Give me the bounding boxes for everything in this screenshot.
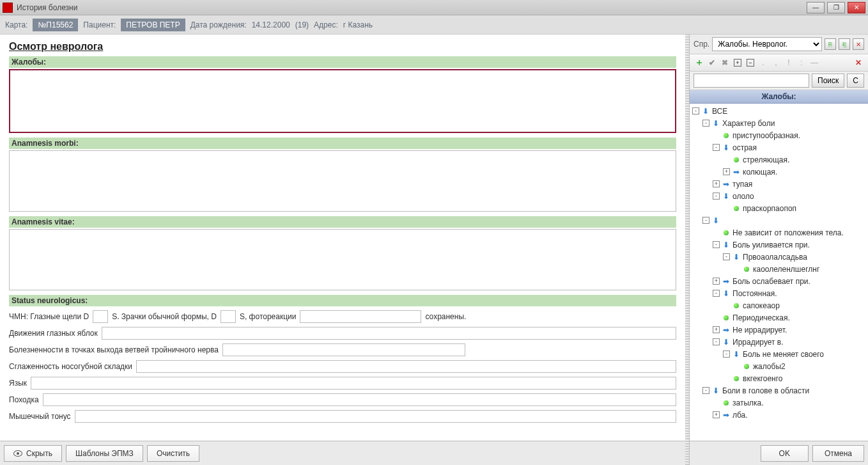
arrow-down-icon: ⬇ <box>701 107 710 116</box>
tree-node[interactable]: +➡колющая. <box>690 166 868 178</box>
tree-node[interactable]: -⬇Характер боли <box>690 117 868 129</box>
zrach-d-input[interactable] <box>221 310 236 323</box>
expand-icon[interactable]: + <box>723 168 730 175</box>
collapse-icon[interactable]: - <box>692 107 699 114</box>
templates-button[interactable]: Шаблоны ЭПМЗ <box>66 445 143 462</box>
tree-node[interactable]: -⬇Боль уиливается при. <box>690 239 868 251</box>
expand-all-icon[interactable]: + <box>732 57 743 68</box>
tree-node[interactable]: жалобы2 <box>690 360 868 372</box>
collapse-icon[interactable]: - <box>702 217 709 224</box>
ok-button[interactable]: OK <box>761 445 809 462</box>
bolz-label: Болезненности в точках выхода ветвей тро… <box>9 345 219 354</box>
tree-node[interactable]: -⬇Постоянная. <box>690 287 868 299</box>
arrow-right-icon: ➡ <box>722 326 731 335</box>
tree-node[interactable]: -⬇ВСЕ <box>690 105 868 117</box>
tree-node[interactable]: +➡тупая <box>690 178 868 190</box>
sglz-input[interactable] <box>136 360 676 373</box>
minimize-button[interactable]: — <box>807 2 825 13</box>
arrow-down-icon: ⬇ <box>722 289 731 298</box>
tree-node[interactable]: +➡Боль ослабевает при. <box>690 275 868 287</box>
collapse-icon[interactable]: - <box>723 351 730 358</box>
collapse-icon[interactable]: - <box>702 120 709 127</box>
tree-label: Боль не меняет своего <box>743 350 828 359</box>
search-clear-button[interactable]: С <box>847 74 864 88</box>
tree-node[interactable]: затылка. <box>690 397 868 409</box>
bolz-input[interactable] <box>222 343 465 356</box>
hide-button[interactable]: Скрыть <box>4 445 62 462</box>
leaf-dot-icon <box>722 398 731 407</box>
tree-node[interactable]: праскорпаопоп <box>690 202 868 214</box>
tree-node[interactable]: Не зависит от положения тела. <box>690 226 868 239</box>
tree-node[interactable]: -⬇Првоаолалсадьва <box>690 251 868 263</box>
tree-node[interactable]: -⬇Боли в голове в области <box>690 384 868 397</box>
tree-node[interactable]: -⬇Иррадирует в. <box>690 336 868 348</box>
row-mysh: Мышечный тонус <box>9 410 676 423</box>
cancel-button[interactable]: Отмена <box>812 445 864 462</box>
complaints-textarea[interactable] <box>9 69 676 133</box>
tree-node[interactable]: +➡лба. <box>690 409 868 421</box>
clear-button[interactable]: Очистить <box>147 445 199 462</box>
tree-node[interactable]: приступообразная. <box>690 129 868 141</box>
expand-icon[interactable]: + <box>713 180 720 187</box>
tree-node[interactable]: стреляющая. <box>690 154 868 166</box>
chm-d-input[interactable] <box>93 310 108 323</box>
collapse-all-icon[interactable]: − <box>745 57 756 68</box>
search-button[interactable]: Поиск <box>812 74 844 88</box>
complaints-tree[interactable]: -⬇ВСЕ-⬇Характер болиприступообразная.-⬇о… <box>690 104 868 441</box>
arrow-down-icon: ⬇ <box>722 240 731 249</box>
collapse-icon[interactable]: - <box>713 193 720 200</box>
mysh-input[interactable] <box>75 410 676 423</box>
collapse-icon[interactable]: - <box>723 253 730 260</box>
foto-input[interactable] <box>300 310 421 323</box>
confirm-icon[interactable]: ✔ <box>706 57 718 68</box>
patient-chip[interactable]: ПЕТРОВ ПЕТР <box>121 19 185 31</box>
toggle-empty <box>733 265 740 272</box>
arrow-right-icon: ➡ <box>732 168 741 177</box>
tree-node[interactable]: каоолеленлшеглнг <box>690 263 868 275</box>
delete-node-icon[interactable]: ✕ <box>853 57 864 68</box>
ref-action1-icon[interactable]: ⎘ <box>825 38 836 50</box>
collapse-icon[interactable]: - <box>702 387 709 394</box>
cancel-edit-icon[interactable]: ✖ <box>719 57 731 68</box>
tree-search-input[interactable] <box>694 74 809 88</box>
ref-delete-icon[interactable]: ✕ <box>853 38 864 50</box>
dvzh-input[interactable] <box>102 327 676 340</box>
collapse-icon[interactable]: - <box>713 241 720 248</box>
add-node-icon[interactable]: ＋ <box>694 57 705 68</box>
tree-header: Жалобы: <box>690 90 868 104</box>
collapse-icon[interactable]: - <box>713 144 720 151</box>
collapse-icon[interactable]: - <box>713 290 720 297</box>
tree-label: стреляющая. <box>743 155 793 164</box>
anamnesis-vitae-textarea[interactable] <box>9 229 676 290</box>
row-chm: ЧМН: Глазные щели D S. Зрачки обычной фо… <box>9 310 676 323</box>
tree-node[interactable]: +➡Не иррадирует. <box>690 324 868 336</box>
tree-node[interactable]: вкгекгоенго <box>690 372 868 384</box>
collapse-icon[interactable]: - <box>713 338 720 345</box>
form-bottombar: Скрыть Шаблоны ЭПМЗ Очистить <box>0 441 685 465</box>
close-button[interactable]: ✕ <box>848 2 865 13</box>
tree-node[interactable]: сапокеаор <box>690 299 868 311</box>
yazyk-input[interactable] <box>31 377 676 390</box>
card-chip[interactable]: №П15562 <box>33 19 78 31</box>
tree-node[interactable]: -⬇острая <box>690 141 868 154</box>
anamnesis-morbi-textarea[interactable] <box>9 150 676 212</box>
row-yazyk: Язык <box>9 377 676 390</box>
ref-action2-icon[interactable]: ⎗ <box>839 38 850 50</box>
expand-icon[interactable]: + <box>713 326 720 333</box>
reference-select[interactable]: Жалобы. Невролог. <box>712 37 822 51</box>
expand-icon[interactable]: + <box>713 411 720 418</box>
main-layout: Осмотр невролога Жалобы: Anamnesis morbi… <box>0 35 868 465</box>
tree-node[interactable]: -⬇ <box>690 214 868 226</box>
tree-node[interactable]: -⬇ололо <box>690 190 868 202</box>
arrow-down-icon: ⬇ <box>722 192 731 201</box>
form-scroll[interactable]: Осмотр невролога Жалобы: Anamnesis morbi… <box>0 35 685 441</box>
address-label: Адрес: <box>314 20 338 29</box>
tree-node[interactable]: Периодическая. <box>690 311 868 324</box>
tree-label: Првоаолалсадьва <box>743 253 811 262</box>
maximize-button[interactable]: ❐ <box>827 2 845 13</box>
expand-icon[interactable]: + <box>713 278 720 285</box>
tree-node[interactable]: -⬇Боль не меняет своего <box>690 348 868 360</box>
toggle-empty <box>723 375 730 382</box>
leaf-dot-icon <box>732 155 741 164</box>
pohod-input[interactable] <box>43 393 676 406</box>
